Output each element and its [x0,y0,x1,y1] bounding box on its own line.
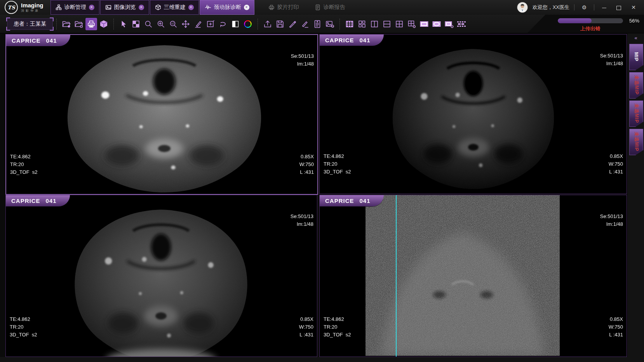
annotate-icon[interactable] [192,18,204,30]
new-study-icon[interactable] [73,18,85,30]
zoom-2x-icon[interactable]: x2 [167,18,179,30]
upload-status-panel: 56% 上传出错 [527,15,644,33]
grid-3x3-icon[interactable] [344,18,355,30]
image-icon [105,4,111,10]
user-avatar[interactable] [517,2,528,13]
cursor-icon[interactable] [118,18,129,30]
sidebar-tab-mip-1[interactable]: MIP [629,44,643,70]
svg-text:x2: x2 [171,22,174,25]
mip-reference-line[interactable] [396,195,397,357]
waveform-icon [205,4,211,10]
toolbar: 患者：王某某 x2 56% 上传出错 [0,15,644,33]
layout-quad-small-icon[interactable] [356,18,368,30]
viewport-top-right[interactable]: CAPRICE 041 Se:501/13Im:1/48 TE:4.862TR:… [319,34,627,194]
settings-gear-icon[interactable]: ⚙ [579,4,589,10]
measure-line-icon[interactable] [287,18,298,30]
upload-progress-bar [558,18,623,23]
tab-close-icon[interactable]: × [89,5,94,10]
zoom-in-icon[interactable] [155,18,167,30]
magnifier-icon[interactable] [143,18,154,30]
mip-sidebar: « MIP 未选MIP 未选MIP 未选MIP [628,33,644,357]
overlay-series-info: Se:501/13Im:1/48 [600,36,623,83]
filmstrip-icon[interactable] [456,18,467,30]
welcome-text: 欢迎您，XX医生 [533,4,569,11]
overlay-series-info: Se:501/13Im:1/48 [600,197,623,244]
device-name: CAPRICE [325,37,354,43]
collapse-chevron-icon[interactable]: « [628,35,644,41]
upload-error-text: 上传出错 [558,25,623,32]
toolbar-divider [339,19,340,29]
sidebar-tab-mip-2[interactable]: 未选MIP [629,72,643,99]
logo-icon: TS [5,1,18,14]
tab-label: 胶片打印 [277,4,299,11]
report-icon [315,4,321,10]
color-palette-icon[interactable] [242,18,254,30]
tab-close-icon[interactable]: × [244,5,249,10]
minimize-icon[interactable] [599,4,609,10]
cube-icon [155,4,161,10]
series-id: 041 [46,197,57,204]
overlay-display-info: 0.85XW:750L :431 [609,137,623,191]
sidebar-tab-mip-3[interactable]: 未选MIP [629,100,643,127]
viewport-bottom-right[interactable]: CAPRICE 041 Se:501/13Im:1/48 TE:4.862TR:… [319,195,627,357]
overlay-series-info: Se:501/13Im:1/48 [291,197,313,244]
layout-2row-icon[interactable] [381,18,393,30]
tab-close-icon[interactable]: × [188,5,194,10]
upload-progress-fill [558,18,592,23]
3d-volume-icon[interactable] [98,18,110,30]
tab-image-browse[interactable]: 图像浏览 × [100,0,149,15]
shape-ellipse-icon[interactable] [431,18,442,30]
pan-icon[interactable] [180,18,191,30]
overlay-series-info: Se:501/13Im:1/48 [291,37,314,83]
titlebar-right: 欢迎您，XX医生 ⚙ ✕ [517,0,644,15]
close-icon[interactable]: ✕ [628,4,639,10]
divider [574,4,574,10]
invert-icon[interactable] [230,18,241,30]
tab-label: 诊断报告 [324,4,345,11]
report-add-icon[interactable] [312,18,323,30]
app-subtitle: 清影华康 [21,9,44,12]
overlay-display-info: 0.85XW:750L :431 [299,300,313,354]
upload-icon[interactable] [262,18,273,30]
divider [594,4,594,10]
open-study-icon[interactable] [61,18,72,30]
layout-checker-icon[interactable] [130,18,142,30]
layout-clear-icon[interactable] [406,18,418,30]
shape-rect-clear-icon[interactable] [443,18,455,30]
rotate-icon[interactable] [217,18,229,30]
series-id: 041 [46,37,57,44]
series-id: 041 [360,37,371,43]
save-icon[interactable] [274,18,286,30]
sidebar-tab-mip-4[interactable]: 未选MIP [629,129,643,155]
tab-label: 诊断管理 [64,4,86,11]
overlay-acquisition-info: TE:4.862TR:203D_TOF s2 [10,300,37,354]
layout-2x2-icon[interactable] [393,18,405,30]
tab-3d-reconstruction[interactable]: 三维重建 × [150,0,199,15]
shape-rect-icon[interactable] [418,18,430,30]
series-header-tab[interactable]: CAPRICE 041 [320,35,384,46]
overlay-acquisition-info: TE:4.862TR:203D_TOF s2 [10,137,38,192]
tab-close-icon[interactable]: × [139,5,144,10]
device-name: CAPRICE [11,197,40,204]
series-header-tab[interactable]: CAPRICE 041 [320,195,384,206]
titlebar: TS Imaging 清影华康 诊断管理 × 图像浏览 × 三维重建 × [0,0,644,15]
overlay-acquisition-info: TE:4.862TR:203D_TOF s2 [324,137,351,191]
overlay-display-info: 0.85XW:750L :431 [609,300,623,354]
tab-carotid-diagnosis[interactable]: 颈动脉诊断 × [200,0,254,15]
layout-2col-icon[interactable] [369,18,380,30]
series-header-tab[interactable]: CAPRICE 041 [6,195,70,206]
mri-image [42,199,280,357]
series-header-tab[interactable]: CAPRICE 041 [6,35,70,46]
printer-icon [268,4,275,10]
maximize-icon[interactable] [614,4,624,10]
print-icon[interactable] [85,18,97,30]
measure-baseline-icon[interactable] [299,18,311,30]
viewport-bottom-left[interactable]: CAPRICE 041 Se:501/13Im:1/48 TE:4.862TR:… [5,195,317,357]
tab-diagnosis-management[interactable]: 诊断管理 × [50,0,99,15]
mip-image [366,195,560,356]
export-image-icon[interactable] [324,18,336,30]
patient-selector[interactable]: 患者：王某某 [7,18,53,30]
add-frame-icon[interactable] [205,18,216,30]
overlay-acquisition-info: TE:4.862TR:203D_TOF s2 [324,300,351,354]
viewport-top-left[interactable]: CAPRICE 041 Se:501/13Im:1/48 TE:4.862TR:… [5,34,318,195]
